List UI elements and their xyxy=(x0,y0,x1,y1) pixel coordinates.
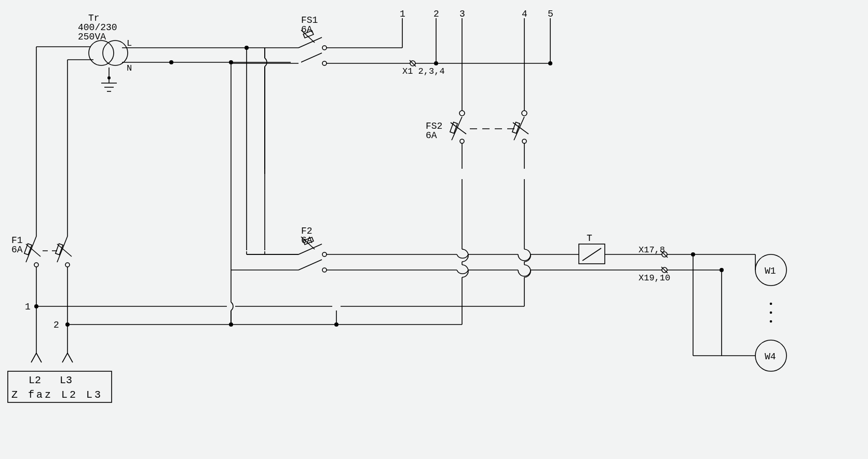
svg-point-71 xyxy=(65,322,70,327)
transformer xyxy=(89,40,128,65)
top-num-4: 4 xyxy=(522,9,527,19)
ground-symbol xyxy=(101,83,117,91)
svg-point-70 xyxy=(34,304,38,308)
svg-rect-48 xyxy=(227,302,235,310)
terminal-x19: X19,10 xyxy=(639,273,670,283)
svg-rect-117 xyxy=(512,122,520,133)
line-1: 1 xyxy=(25,302,31,312)
fuse-fs2-rating: 6A xyxy=(426,130,437,141)
svg-point-85 xyxy=(322,46,327,50)
svg-point-119 xyxy=(522,139,526,143)
thermostat xyxy=(579,244,605,264)
svg-point-39 xyxy=(770,320,772,323)
fuse-f2-name: F2 xyxy=(301,226,313,236)
fuse-fs1-rating: 6A xyxy=(301,24,313,35)
svg-line-86 xyxy=(299,53,322,63)
svg-point-76 xyxy=(107,76,111,79)
transformer-rating2: 250VA xyxy=(78,32,106,42)
terminal-l: L xyxy=(127,38,132,48)
fuse-fs2-name: FS2 xyxy=(426,121,442,131)
svg-point-77 xyxy=(89,40,114,65)
svg-point-67 xyxy=(245,46,249,50)
svg-point-38 xyxy=(770,312,772,314)
terminal-x17: X17,8 xyxy=(639,245,665,255)
svg-rect-24 xyxy=(260,169,633,179)
svg-rect-64 xyxy=(332,302,341,310)
phase-text: Z faz L2 L3 xyxy=(11,389,103,401)
fuse-f1 xyxy=(24,236,72,267)
thermostat-label: T xyxy=(587,233,592,244)
terminal-n: N xyxy=(127,63,132,73)
phase-l3: L3 xyxy=(60,374,72,386)
top-num-3: 3 xyxy=(459,9,465,19)
top-num-1: 1 xyxy=(400,9,405,19)
svg-point-111 xyxy=(65,263,70,267)
transformer-rating1: 400/230 xyxy=(78,22,117,33)
phase-l2: L2 xyxy=(29,374,41,386)
fuse-f2-rating: 6A xyxy=(301,235,313,246)
svg-line-104 xyxy=(26,236,36,262)
fuse-f1-name: F1 xyxy=(11,235,23,246)
wiring-diagram: Tr 400/230 250VA L N FS1 6A F2 6A F1 6A … xyxy=(0,0,868,459)
svg-point-87 xyxy=(322,61,327,65)
fan-w4: W4 xyxy=(765,352,776,362)
svg-line-112 xyxy=(452,117,462,140)
line-2: 2 xyxy=(53,320,59,330)
svg-point-73 xyxy=(334,322,338,327)
svg-point-60 xyxy=(522,111,527,116)
svg-point-107 xyxy=(34,263,38,267)
svg-point-115 xyxy=(460,139,464,143)
svg-rect-90 xyxy=(291,58,301,66)
svg-line-108 xyxy=(57,236,67,262)
svg-point-37 xyxy=(770,303,772,305)
svg-point-74 xyxy=(691,252,695,256)
svg-rect-102 xyxy=(243,250,269,251)
svg-point-97 xyxy=(322,268,327,272)
transformer-name: Tr xyxy=(88,13,100,23)
top-num-2: 2 xyxy=(433,9,439,19)
top-num-5: 5 xyxy=(548,9,553,19)
svg-point-72 xyxy=(229,322,233,327)
fuse-fs1-name: FS1 xyxy=(301,15,318,25)
fuse-f1-rating: 6A xyxy=(11,245,23,255)
svg-point-59 xyxy=(459,111,465,116)
svg-point-68 xyxy=(434,61,438,65)
svg-line-96 xyxy=(299,260,322,270)
fan-w1: W1 xyxy=(765,266,776,276)
svg-point-75 xyxy=(720,268,724,272)
svg-line-116 xyxy=(514,117,524,140)
fuse-fs2 xyxy=(450,117,528,143)
svg-rect-113 xyxy=(450,122,457,133)
svg-point-69 xyxy=(548,61,552,65)
svg-point-78 xyxy=(103,40,128,65)
terminal-x1: X1 2,3,4 xyxy=(402,66,445,76)
svg-point-95 xyxy=(322,252,327,256)
